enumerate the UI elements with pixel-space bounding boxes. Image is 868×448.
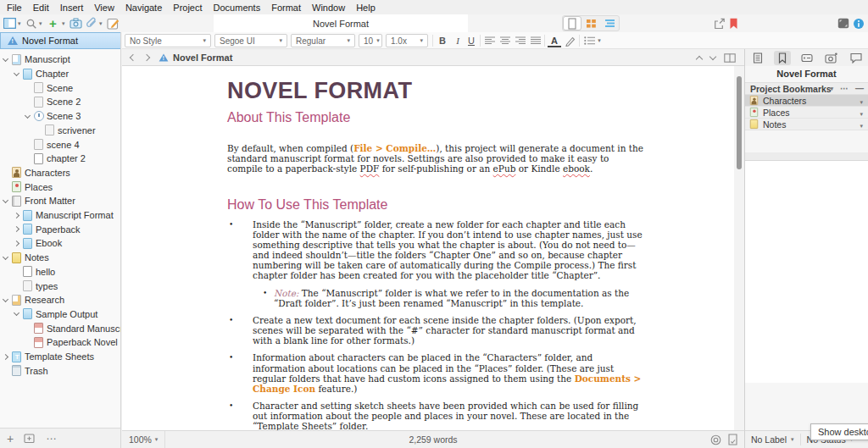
menu-file[interactable]: File	[7, 3, 30, 13]
menu-help[interactable]: Help	[356, 3, 383, 13]
collapse-arrow-icon[interactable]	[3, 197, 8, 203]
page-view-icon[interactable]	[728, 434, 737, 445]
view-outline-button[interactable]	[600, 16, 619, 30]
binder-item-front-matter[interactable]: Front Matter	[0, 194, 121, 208]
forward-button[interactable]	[143, 53, 150, 60]
tab-bookmarks-icon[interactable]	[774, 51, 791, 65]
binder-item-types[interactable]: types	[0, 279, 121, 293]
binder-item-standard-manuscript[interactable]: Standard Manuscript	[0, 321, 121, 335]
menu-edit[interactable]: Edit	[33, 3, 57, 13]
tab-snapshots-icon[interactable]	[823, 51, 840, 65]
menu-format[interactable]: Format	[271, 3, 309, 13]
menu-insert[interactable]: Insert	[60, 3, 92, 13]
binder-item-trash[interactable]: Trash	[0, 363, 121, 378]
previous-document-button[interactable]	[696, 55, 703, 62]
menu-navigate[interactable]: Navigate	[125, 3, 170, 13]
add-item-caret[interactable]: ▾	[62, 20, 65, 27]
italic-button[interactable]: I	[451, 33, 465, 48]
expand-arrow-icon[interactable]	[3, 353, 8, 359]
binder-item-sample-output[interactable]: Sample Output	[0, 307, 121, 322]
binder-item-ebook[interactable]: Ebook	[0, 236, 121, 251]
binder-root-item[interactable]: Novel Format	[0, 32, 121, 49]
bold-button[interactable]: B	[436, 33, 449, 48]
binder-item-scrivener[interactable]: scrivener	[0, 124, 121, 138]
bookmark-item-characters[interactable]: Characters▾	[745, 95, 868, 107]
bookmark-caret[interactable]: ▾	[860, 123, 863, 130]
paperclip-caret[interactable]: ▾	[99, 20, 103, 27]
writing-target-icon[interactable]	[710, 434, 721, 445]
binder-item-scene-4[interactable]: scene 4	[0, 137, 121, 152]
bookmark-item-notes[interactable]: Notes▾	[745, 119, 868, 130]
info-icon[interactable]	[851, 16, 865, 30]
collapse-arrow-icon[interactable]	[3, 254, 8, 260]
bookmark-caret[interactable]: ▾	[860, 111, 863, 118]
font-variant-select[interactable]: Regular▾	[291, 34, 355, 47]
label-select[interactable]: No Label▾	[745, 431, 800, 448]
add-item-icon[interactable]: +	[46, 16, 60, 30]
align-center-icon[interactable]	[498, 33, 512, 48]
highlight-pen-icon[interactable]	[563, 33, 576, 48]
bookmark-icon[interactable]	[726, 16, 741, 30]
editor-content-area[interactable]: NOVEL FORMATAbout This TemplateBy defaul…	[122, 66, 734, 430]
collapse-arrow-icon[interactable]	[14, 310, 19, 316]
menu-view[interactable]: View	[94, 3, 122, 13]
binder-more-button[interactable]: ⋯	[46, 433, 57, 445]
line-spacing-select[interactable]: 1.0x▾	[386, 34, 428, 47]
font-select[interactable]: Segoe UI▾	[214, 34, 287, 47]
bookmarks-more-button[interactable]: ⋯	[840, 84, 849, 93]
binder-item-scene-2[interactable]: Scene 2	[0, 95, 121, 109]
binder-item-characters[interactable]: Characters	[0, 166, 121, 180]
menu-project[interactable]: Project	[173, 3, 209, 13]
menu-window[interactable]: Window	[312, 3, 353, 13]
align-left-icon[interactable]	[483, 33, 497, 48]
expand-arrow-icon[interactable]	[14, 241, 19, 246]
underline-button[interactable]: U	[465, 33, 478, 48]
menu-documents[interactable]: Documents	[214, 3, 269, 13]
binder-item-hello[interactable]: hello	[0, 265, 121, 279]
scrollbar-thumb[interactable]	[737, 76, 742, 169]
bookmark-caret[interactable]: ▾	[860, 99, 863, 106]
back-button[interactable]	[130, 53, 136, 60]
expand-arrow-icon[interactable]	[14, 226, 19, 232]
bookmark-item-places[interactable]: Places▾	[745, 107, 868, 119]
collapse-arrow-icon[interactable]	[3, 296, 8, 302]
binder-item-scene[interactable]: Scene	[0, 80, 121, 95]
add-folder-button[interactable]	[24, 433, 36, 444]
paperclip-icon[interactable]	[84, 16, 98, 30]
add-document-button[interactable]: +	[7, 432, 14, 445]
font-size-select[interactable]: 10▾	[359, 34, 382, 47]
view-document-button[interactable]	[563, 16, 581, 30]
list-format-button[interactable]: ▾	[582, 33, 603, 48]
view-corkboard-button[interactable]	[581, 16, 600, 30]
binder-item-places[interactable]: Places	[0, 180, 121, 194]
bookmarks-collapse-button[interactable]: —	[855, 84, 864, 93]
bookmarks-mode-caret[interactable]: ▾	[830, 86, 833, 92]
collapse-arrow-icon[interactable]	[3, 56, 8, 62]
binder-toggle-icon[interactable]	[3, 16, 17, 30]
split-editor-button[interactable]	[724, 53, 736, 63]
binder-item-research[interactable]: Research	[0, 293, 121, 307]
binder-item-paperback[interactable]: Paperback	[0, 222, 121, 236]
binder-item-manuscript[interactable]: Manuscript	[0, 53, 121, 67]
binder-item-scene-3[interactable]: Scene 3	[0, 109, 121, 124]
bookmark-preview-pane[interactable]	[745, 161, 868, 383]
tab-metadata-icon[interactable]	[798, 51, 815, 65]
align-right-icon[interactable]	[514, 33, 527, 48]
text-color-button[interactable]: A	[548, 35, 561, 47]
compose-mode-icon[interactable]	[836, 16, 850, 30]
tab-notes-icon[interactable]	[749, 51, 766, 65]
binder-toggle-caret[interactable]: ▾	[18, 20, 21, 27]
align-justify-icon[interactable]	[529, 33, 542, 48]
binder-item-notes[interactable]: Notes	[0, 251, 121, 265]
search-icon[interactable]	[24, 16, 38, 30]
binder-item-chapter[interactable]: Chapter	[0, 67, 121, 81]
collapse-arrow-icon[interactable]	[14, 69, 19, 75]
binder-item-manuscript-format[interactable]: Manuscript Format	[0, 208, 121, 223]
collapse-arrow-icon[interactable]	[25, 113, 31, 119]
style-select[interactable]: No Style▾	[125, 34, 211, 47]
expand-arrow-icon[interactable]	[14, 212, 19, 218]
binder-item-chapter-2[interactable]: chapter 2	[0, 152, 121, 166]
binder-item-paperback-novel[interactable]: Paperback Novel	[0, 335, 121, 350]
compose-icon[interactable]	[106, 16, 120, 30]
share-icon[interactable]	[711, 16, 726, 30]
